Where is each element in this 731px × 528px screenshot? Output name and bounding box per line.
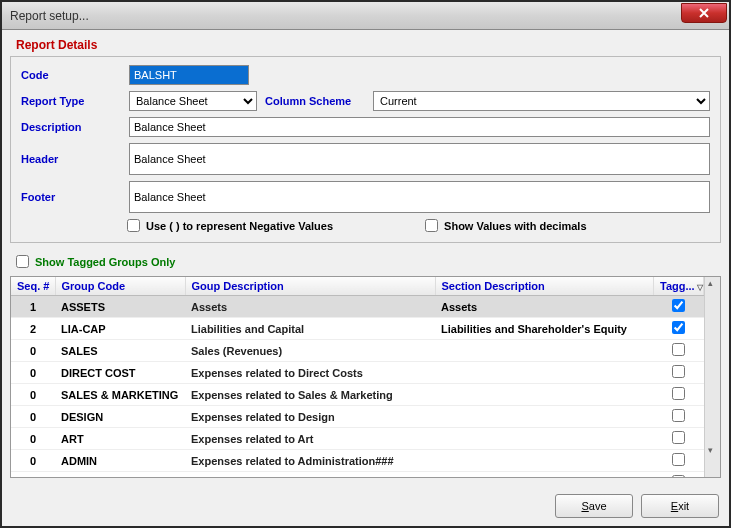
header-label: Header bbox=[21, 153, 121, 165]
cell-section-desc bbox=[435, 472, 654, 478]
cell-seq: 0 bbox=[11, 384, 55, 406]
tagged-checkbox[interactable] bbox=[672, 475, 685, 477]
table-row[interactable]: 0ARTExpenses related to Art bbox=[11, 428, 704, 450]
cell-group-desc: Expenses related to Depreciation & Finan… bbox=[185, 472, 435, 478]
report-type-label: Report Type bbox=[21, 95, 121, 107]
table-row[interactable]: 0ADMINExpenses related to Administration… bbox=[11, 450, 704, 472]
cell-seq: 0 bbox=[11, 450, 55, 472]
cell-section-desc bbox=[435, 362, 654, 384]
cell-tagged bbox=[654, 472, 704, 478]
cell-tagged bbox=[654, 340, 704, 362]
tagged-checkbox[interactable] bbox=[672, 453, 685, 466]
cell-group-code: DIRECT COST bbox=[55, 362, 185, 384]
footer-label: Footer bbox=[21, 191, 121, 203]
cell-tagged bbox=[654, 428, 704, 450]
table-row[interactable]: 1ASSETSAssetsAssets bbox=[11, 296, 704, 318]
sort-desc-icon: ▽ bbox=[697, 283, 703, 292]
tagged-checkbox[interactable] bbox=[672, 321, 685, 334]
cell-seq: 2 bbox=[11, 318, 55, 340]
footer-input[interactable] bbox=[129, 181, 710, 213]
col-tagged[interactable]: Tagg...▽ bbox=[654, 277, 704, 296]
cell-seq: 1 bbox=[11, 296, 55, 318]
cell-group-desc: Liabilities and Capital bbox=[185, 318, 435, 340]
cell-tagged bbox=[654, 384, 704, 406]
neg-paren-label: Use ( ) to represent Negative Values bbox=[146, 220, 333, 232]
cell-group-desc: Expenses related to Art bbox=[185, 428, 435, 450]
neg-paren-checkbox[interactable] bbox=[127, 219, 140, 232]
cell-group-code: ASSETS bbox=[55, 296, 185, 318]
table-row[interactable]: 0DIRECT COSTExpenses related to Direct C… bbox=[11, 362, 704, 384]
cell-seq: 0 bbox=[11, 362, 55, 384]
tagged-only-label: Show Tagged Groups Only bbox=[35, 256, 175, 268]
cell-group-code: DEP&FIN bbox=[55, 472, 185, 478]
cell-group-code: SALES bbox=[55, 340, 185, 362]
tagged-only-checkbox[interactable] bbox=[16, 255, 29, 268]
col-section-desc[interactable]: Section Description bbox=[435, 277, 654, 296]
cell-group-desc: Expenses related to Direct Costs bbox=[185, 362, 435, 384]
close-button[interactable] bbox=[681, 3, 727, 23]
column-scheme-select[interactable]: Current bbox=[373, 91, 710, 111]
tagged-checkbox[interactable] bbox=[672, 387, 685, 400]
table-row[interactable]: 0DESIGNExpenses related to Design bbox=[11, 406, 704, 428]
cell-seq: 0 bbox=[11, 428, 55, 450]
cell-group-code: ADMIN bbox=[55, 450, 185, 472]
tagged-checkbox[interactable] bbox=[672, 343, 685, 356]
code-label: Code bbox=[21, 69, 121, 81]
description-label: Description bbox=[21, 121, 121, 133]
exit-btn-rest: xit bbox=[678, 500, 689, 512]
cell-seq: 0 bbox=[11, 472, 55, 478]
report-type-select[interactable]: Balance Sheet bbox=[129, 91, 257, 111]
col-group-code[interactable]: Group Code bbox=[55, 277, 185, 296]
cell-group-desc: Expenses related to Design bbox=[185, 406, 435, 428]
table-row[interactable]: 0DEP&FINExpenses related to Depreciation… bbox=[11, 472, 704, 478]
tagged-checkbox[interactable] bbox=[672, 409, 685, 422]
cell-section-desc: Assets bbox=[435, 296, 654, 318]
code-input[interactable] bbox=[129, 65, 249, 85]
cell-group-code: SALES & MARKETING bbox=[55, 384, 185, 406]
table-row[interactable]: 2LIA-CAPLiabilities and CapitalLiabiliti… bbox=[11, 318, 704, 340]
cell-section-desc: Liabilities and Shareholder's Equity bbox=[435, 318, 654, 340]
cell-section-desc bbox=[435, 340, 654, 362]
tagged-checkbox[interactable] bbox=[672, 431, 685, 444]
cell-seq: 0 bbox=[11, 406, 55, 428]
show-decimals-checkbox[interactable] bbox=[425, 219, 438, 232]
column-scheme-label: Column Scheme bbox=[265, 95, 365, 107]
cell-section-desc bbox=[435, 450, 654, 472]
tagged-checkbox[interactable] bbox=[672, 299, 685, 312]
cell-tagged bbox=[654, 318, 704, 340]
tagged-checkbox[interactable] bbox=[672, 365, 685, 378]
cell-group-code: LIA-CAP bbox=[55, 318, 185, 340]
grid-scrollbar[interactable] bbox=[704, 277, 720, 477]
cell-tagged bbox=[654, 362, 704, 384]
dialog-content: Report Details Code Report Type Balance … bbox=[2, 30, 729, 526]
col-seq[interactable]: Seq. # bbox=[11, 277, 55, 296]
cell-group-code: ART bbox=[55, 428, 185, 450]
exit-button[interactable]: Exit bbox=[641, 494, 719, 518]
table-row[interactable]: 0SALESSales (Revenues) bbox=[11, 340, 704, 362]
cell-group-code: DESIGN bbox=[55, 406, 185, 428]
cell-group-desc: Expenses related to Administration### bbox=[185, 450, 435, 472]
col-group-desc[interactable]: Goup Description bbox=[185, 277, 435, 296]
cell-seq: 0 bbox=[11, 340, 55, 362]
section-title: Report Details bbox=[10, 38, 721, 52]
save-button[interactable]: Save bbox=[555, 494, 633, 518]
titlebar: Report setup... bbox=[2, 2, 729, 30]
cell-section-desc bbox=[435, 384, 654, 406]
cell-group-desc: Assets bbox=[185, 296, 435, 318]
groups-grid: Seq. # Group Code Goup Description Secti… bbox=[10, 276, 721, 478]
table-row[interactable]: 0SALES & MARKETINGExpenses related to Sa… bbox=[11, 384, 704, 406]
cell-tagged bbox=[654, 296, 704, 318]
window-title: Report setup... bbox=[10, 9, 89, 23]
cell-section-desc bbox=[435, 406, 654, 428]
cell-group-desc: Expenses related to Sales & Marketing bbox=[185, 384, 435, 406]
show-decimals-label: Show Values with decimals bbox=[444, 220, 586, 232]
cell-section-desc bbox=[435, 428, 654, 450]
report-details-box: Code Report Type Balance Sheet Column Sc… bbox=[10, 56, 721, 243]
close-icon bbox=[698, 7, 710, 19]
save-btn-rest: ave bbox=[589, 500, 607, 512]
header-input[interactable] bbox=[129, 143, 710, 175]
description-input[interactable] bbox=[129, 117, 710, 137]
cell-group-desc: Sales (Revenues) bbox=[185, 340, 435, 362]
cell-tagged bbox=[654, 406, 704, 428]
cell-tagged bbox=[654, 450, 704, 472]
